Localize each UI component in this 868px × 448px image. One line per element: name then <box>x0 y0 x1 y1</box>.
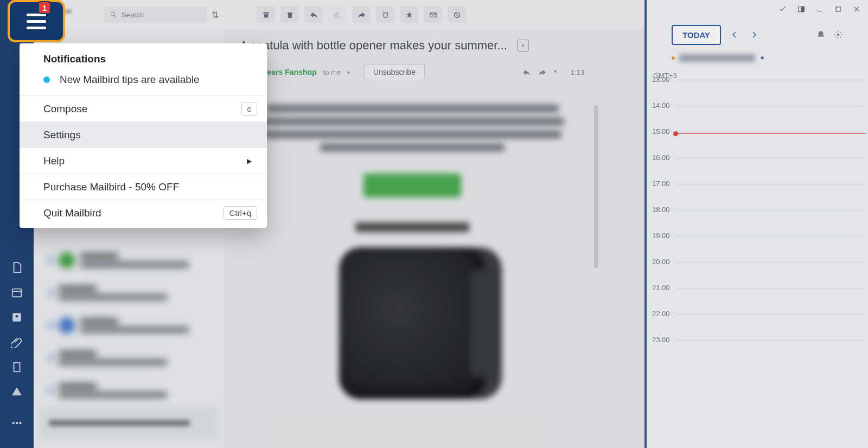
today-button[interactable]: TODAY <box>672 25 721 45</box>
reply-all-icon[interactable] <box>328 7 347 23</box>
svg-point-7 <box>20 422 22 424</box>
svg-rect-0 <box>12 289 22 297</box>
menu-item-settings[interactable]: Settings <box>20 121 267 148</box>
hour-label: 18:00 <box>652 206 670 214</box>
email-body <box>240 102 584 399</box>
scrollbar[interactable] <box>594 105 598 268</box>
document-icon[interactable] <box>9 360 24 375</box>
spam-icon[interactable] <box>448 7 466 23</box>
notifications-icon[interactable] <box>816 30 826 40</box>
reply-icon[interactable] <box>304 7 323 23</box>
menu-item-compose[interactable]: Composec <box>20 95 267 121</box>
reply-icon[interactable] <box>522 68 531 76</box>
maximize-icon[interactable] <box>834 5 842 13</box>
prev-day-icon[interactable] <box>729 29 741 41</box>
menu-item-help[interactable]: Help▶ <box>20 148 267 174</box>
current-time-dot-icon <box>673 131 678 136</box>
chevron-right-icon: ▶ <box>247 157 252 165</box>
hour-row[interactable]: 23:00 <box>676 340 866 366</box>
hour-row[interactable]: 19:00 <box>676 236 866 262</box>
inline-actions: ▾ <box>522 68 557 76</box>
star-icon: ✦ <box>760 54 765 62</box>
message-actions <box>257 7 466 23</box>
notification-item[interactable]: New Mailbird tips are available <box>20 71 267 95</box>
date-label: ✦ <box>647 51 868 65</box>
attachments-icon[interactable] <box>9 335 24 350</box>
hamburger-icon <box>27 14 46 29</box>
svg-line-9 <box>114 16 116 17</box>
search-input[interactable]: Search <box>104 7 207 23</box>
hour-row[interactable]: 18:00 <box>676 210 866 236</box>
chevron-down-icon[interactable]: ▾ <box>347 69 350 75</box>
unsubscribe-button[interactable]: Unsubscribe <box>364 64 425 80</box>
menu-item-label: Quit Mailbird <box>43 207 101 219</box>
hour-label: 13:00 <box>652 75 670 84</box>
cta-button[interactable] <box>363 174 461 197</box>
next-day-icon[interactable] <box>748 29 760 41</box>
hour-row[interactable]: 15:00 <box>676 132 866 158</box>
mark-read-icon[interactable] <box>424 7 442 23</box>
star-icon[interactable] <box>400 7 418 23</box>
sort-icon[interactable]: ⇅ <box>212 10 219 20</box>
shortcut-badge: c <box>241 102 258 116</box>
forward-icon[interactable] <box>352 7 371 23</box>
subject-row: A spatula with bottle opener makes your … <box>240 35 584 56</box>
contacts-icon[interactable] <box>9 310 24 325</box>
menu-item-label: Settings <box>43 129 81 141</box>
hour-row[interactable]: 14:00 <box>676 106 866 132</box>
list-item[interactable] <box>39 277 218 309</box>
calendar-window-controls <box>647 0 868 18</box>
snooze-icon[interactable] <box>376 7 394 23</box>
hour-label: 16:00 <box>652 153 670 162</box>
forward-icon[interactable] <box>538 68 546 76</box>
timezone-label: GMT+3 <box>647 65 868 80</box>
search-placeholder: Search <box>122 11 144 19</box>
hour-label: 19:00 <box>652 232 670 240</box>
recipient-label: to me <box>323 68 341 76</box>
menu-item-purchase-mailbird-50-off[interactable]: Purchase Mailbird - 50% OFF <box>20 174 267 200</box>
hour-label: 14:00 <box>652 101 670 110</box>
menu-item-label: Compose <box>43 103 87 115</box>
hamburger-button[interactable]: 1 <box>8 0 65 42</box>
gear-icon[interactable] <box>833 30 843 40</box>
hour-row[interactable]: 17:00 <box>676 184 866 210</box>
list-item[interactable] <box>39 374 218 407</box>
hour-row[interactable]: 16:00 <box>676 158 866 184</box>
svg-point-10 <box>383 12 388 17</box>
current-date <box>679 54 755 62</box>
message-time: 1:13 <box>571 68 584 76</box>
section-heading <box>355 222 469 232</box>
checklist-icon[interactable] <box>779 5 787 13</box>
hour-row[interactable]: 21:00 <box>676 288 866 314</box>
svg-rect-4 <box>14 363 20 372</box>
hour-label: 21:00 <box>652 284 670 292</box>
more-icon[interactable] <box>9 415 24 431</box>
email-subject: A spatula with bottle opener makes your … <box>240 39 507 53</box>
hours-grid[interactable]: 13:0014:0015:0016:0017:0018:0019:0020:00… <box>647 80 868 366</box>
close-icon[interactable] <box>853 5 860 13</box>
list-item[interactable] <box>39 342 218 374</box>
list-item[interactable] <box>39 309 218 342</box>
chevron-down-icon[interactable]: ▾ <box>554 68 557 76</box>
panel-icon[interactable] <box>797 5 805 13</box>
move-to-folder-icon[interactable]: ＋ <box>517 40 529 52</box>
hour-row[interactable]: 13:00 <box>676 80 866 106</box>
svg-point-6 <box>16 422 18 424</box>
hour-row[interactable]: 22:00 <box>676 314 866 340</box>
list-item[interactable] <box>39 407 218 439</box>
calendar-pane: TODAY ✦ GMT+3 13:0014:0015:0016:0017:001… <box>644 0 868 448</box>
notifications-heading: Notifications <box>20 43 267 71</box>
drive-icon[interactable] <box>9 385 24 400</box>
archive-icon[interactable] <box>257 7 275 23</box>
svg-rect-22 <box>836 7 840 11</box>
file-icon[interactable] <box>9 260 24 275</box>
minimize-icon[interactable] <box>816 5 824 13</box>
hour-row[interactable]: 20:00 <box>676 262 866 288</box>
menu-item-quit-mailbird[interactable]: Quit MailbirdCtrl+q <box>20 200 267 226</box>
list-item[interactable] <box>39 244 218 277</box>
delete-icon[interactable] <box>280 7 299 23</box>
hamburger-menu-popup: Notifications New Mailbird tips are avai… <box>20 43 267 228</box>
menu-item-label: Help <box>43 155 65 167</box>
hour-label: 17:00 <box>652 180 670 188</box>
calendar-icon[interactable] <box>9 285 24 300</box>
